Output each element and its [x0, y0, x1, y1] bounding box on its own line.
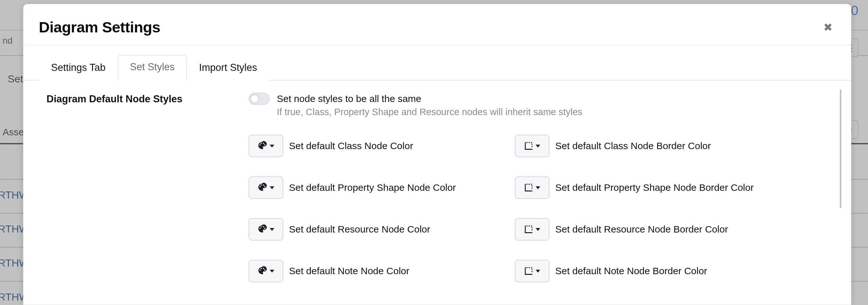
section-default-node-styles: Diagram Default Node Styles Set node sty…	[46, 93, 836, 117]
chevron-down-icon	[536, 145, 540, 148]
bg-asset-fragment: Asse	[3, 127, 24, 138]
border-icon	[524, 267, 533, 275]
style-item-note-border: Set default Note Node Border Color	[515, 260, 778, 282]
chevron-down-icon	[270, 145, 274, 148]
style-label: Set default Property Shape Node Color	[289, 182, 456, 193]
chevron-down-icon	[270, 270, 274, 273]
chevron-down-icon	[270, 186, 274, 189]
close-icon: ✖	[824, 21, 832, 33]
color-picker-note[interactable]	[249, 260, 283, 282]
scrollbar-thumb[interactable]	[840, 90, 841, 208]
chevron-down-icon	[536, 228, 540, 231]
chevron-down-icon	[536, 270, 540, 273]
border-picker-property-shape[interactable]	[515, 176, 550, 199]
border-picker-note[interactable]	[515, 260, 550, 282]
style-grid: Set default Class Node Color Set default…	[249, 135, 836, 282]
tab-settings[interactable]: Settings Tab	[39, 56, 118, 81]
border-icon	[524, 225, 533, 234]
color-picker-class[interactable]	[249, 135, 283, 157]
modal-header: Diagram Settings ✖	[23, 4, 851, 45]
palette-icon	[257, 266, 267, 276]
modal-body: Diagram Default Node Styles Set node sty…	[23, 81, 851, 305]
bg-breadcrumb-fragment: nd	[0, 31, 12, 50]
border-picker-class[interactable]	[515, 135, 550, 157]
bg-refresh-count: 0	[851, 3, 858, 18]
color-picker-property-shape[interactable]	[249, 176, 283, 199]
color-picker-resource[interactable]	[249, 218, 283, 241]
palette-icon	[257, 183, 267, 192]
tab-import-styles[interactable]: Import Styles	[187, 56, 270, 81]
modal-tabs: Settings Tab Set Styles Import Styles	[23, 45, 851, 81]
style-item-prop-color: Set default Property Shape Node Color	[249, 176, 512, 199]
toggle-same-styles-help: If true, Class, Property Shape and Resou…	[277, 107, 836, 117]
style-label: Set default Note Node Color	[289, 266, 409, 276]
toggle-same-styles[interactable]	[249, 93, 270, 105]
style-label: Set default Class Node Color	[289, 141, 413, 151]
style-item-resource-border: Set default Resource Node Border Color	[515, 218, 778, 241]
section-label: Diagram Default Node Styles	[46, 93, 249, 105]
toggle-same-styles-label: Set node styles to be all the same	[277, 93, 421, 104]
style-label: Set default Property Shape Node Border C…	[555, 182, 754, 193]
modal-title: Diagram Settings	[39, 18, 160, 36]
style-item-prop-border: Set default Property Shape Node Border C…	[515, 176, 778, 199]
tab-set-styles[interactable]: Set Styles	[118, 55, 187, 81]
modal-close-button[interactable]: ✖	[820, 20, 836, 35]
chevron-down-icon	[536, 186, 540, 189]
style-item-note-color: Set default Note Node Color	[249, 260, 512, 282]
style-item-class-color: Set default Class Node Color	[249, 135, 512, 157]
border-picker-resource[interactable]	[515, 218, 550, 241]
style-label: Set default Resource Node Color	[289, 224, 430, 235]
palette-icon	[257, 141, 267, 151]
palette-icon	[257, 224, 267, 234]
border-icon	[524, 142, 533, 150]
style-item-class-border: Set default Class Node Border Color	[515, 135, 778, 157]
toggle-knob	[250, 94, 259, 103]
style-label: Set default Class Node Border Color	[555, 141, 711, 151]
border-icon	[524, 183, 533, 192]
toggle-same-styles-block: Set node styles to be all the same If tr…	[249, 93, 836, 117]
style-label: Set default Resource Node Border Color	[555, 224, 728, 235]
chevron-down-icon	[270, 228, 274, 231]
style-label: Set default Note Node Border Color	[555, 266, 707, 276]
style-item-resource-color: Set default Resource Node Color	[249, 218, 512, 241]
diagram-settings-modal: Diagram Settings ✖ Settings Tab Set Styl…	[23, 4, 851, 305]
